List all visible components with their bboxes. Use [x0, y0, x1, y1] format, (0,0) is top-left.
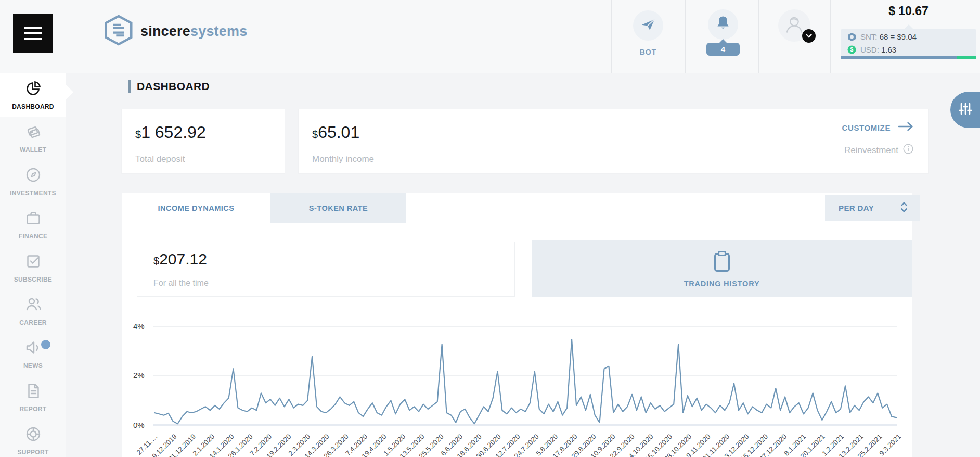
usd-label: USD:	[860, 45, 879, 54]
brand-logo[interactable]: sinceresystems	[104, 15, 247, 48]
avatar[interactable]	[778, 9, 810, 42]
snt-label: SNT:	[860, 32, 878, 41]
snt-value: 68 = $9.04	[880, 32, 917, 41]
sidebar: DASHBOARD WALLET INVESTMENTS FINANC	[0, 73, 66, 457]
bot-button[interactable]: BOT	[633, 0, 663, 83]
y-axis-tick: 2%	[133, 371, 154, 379]
select-chevrons-icon	[900, 201, 908, 215]
pie-chart-icon	[25, 80, 42, 99]
all-time-caption: For all the time	[153, 278, 209, 288]
wallet-icon	[25, 123, 42, 142]
chevron-down-icon[interactable]	[802, 29, 816, 43]
sidebar-item-news[interactable]: NEWS	[0, 333, 66, 376]
income-series-line	[154, 339, 896, 424]
balance-ratio-bar	[841, 56, 976, 59]
divider	[685, 0, 686, 73]
bot-label: BOT	[640, 48, 657, 56]
speaker-icon	[24, 339, 42, 358]
briefcase-icon	[25, 210, 42, 228]
sidebar-item-subscribe[interactable]: SUBSCRIBE	[0, 246, 66, 289]
paper-plane-icon	[640, 17, 656, 34]
document-icon	[25, 383, 41, 401]
period-select[interactable]: PER DAY	[825, 195, 920, 221]
account-menu[interactable]	[778, 0, 810, 82]
info-icon[interactable]	[903, 144, 913, 157]
divider	[758, 0, 759, 73]
lifebuoy-icon	[25, 426, 42, 445]
arrow-right-icon	[898, 122, 913, 133]
total-deposit-caption: Total deposit	[135, 154, 185, 164]
total-deposit-amount: $1 652.92	[135, 123, 206, 142]
sidebar-item-dashboard[interactable]: DASHBOARD	[0, 73, 66, 117]
sliders-icon	[959, 102, 972, 118]
sidebar-item-investments[interactable]: INVESTMENTS	[0, 160, 66, 203]
divider	[611, 0, 612, 73]
hamburger-menu-button[interactable]	[13, 14, 53, 53]
monthly-income-caption: Monthly income	[312, 154, 374, 164]
income-dynamics-line-chart	[153, 318, 897, 426]
y-axis-tick: 0%	[133, 421, 154, 429]
clipboard-icon	[711, 250, 733, 276]
news-unread-dot	[41, 340, 50, 349]
chart-panel: INCOME DYNAMICS S-TOKEN RATE PER DAY $20…	[122, 193, 912, 457]
tab-s-token-rate[interactable]: S-TOKEN RATE	[270, 193, 406, 223]
sidebar-item-support[interactable]: SUPPORT	[0, 419, 66, 457]
notification-count-badge: 4	[706, 43, 740, 56]
hexagon-token-icon	[847, 32, 856, 42]
total-deposit-card: $1 652.92 Total deposit	[122, 109, 285, 173]
sidebar-item-career[interactable]: CAREER	[0, 289, 66, 333]
dollar-coin-icon: $	[847, 45, 856, 54]
x-axis-labels: 27.11.…9.12.201921.12.20192.1.202014.1.2…	[122, 429, 912, 457]
customize-link[interactable]: CUSTOMIZE	[842, 122, 913, 133]
tab-income-dynamics[interactable]: INCOME DYNAMICS	[122, 193, 270, 223]
sidebar-item-finance[interactable]: FINANCE	[0, 203, 66, 246]
trading-history-button[interactable]: TRADING HISTORY	[532, 240, 912, 297]
top-bar: sinceresystems BOT 4	[0, 0, 980, 73]
notifications-button[interactable]: 4	[706, 0, 740, 82]
people-icon	[24, 296, 42, 315]
all-time-income-card: $207.12 For all the time	[137, 242, 515, 297]
svg-text:$: $	[850, 46, 854, 53]
sidebar-item-wallet[interactable]: WALLET	[0, 117, 66, 160]
check-square-icon	[25, 253, 42, 272]
main-content: DASHBOARD $1 652.92 Total deposit $65.01…	[66, 73, 980, 457]
balance-total: $ 10.67	[841, 4, 976, 18]
usd-value: 1.63	[881, 45, 896, 54]
y-axis-tick: 4%	[133, 322, 154, 331]
brand-name: sinceresystems	[140, 23, 247, 40]
hamburger-icon	[24, 27, 42, 29]
all-time-amount: $207.12	[153, 250, 207, 268]
reinvestment-row: Reinvestment	[844, 144, 913, 157]
monthly-income-card: $65.01 Monthly income CUSTOMIZE Reinvest…	[299, 109, 928, 173]
compass-icon	[25, 167, 42, 185]
sidebar-item-report[interactable]: REPORT	[0, 376, 66, 419]
page-title: DASHBOARD	[137, 80, 210, 93]
brand-hexagon-icon	[104, 15, 133, 48]
monthly-income-amount: $65.01	[312, 123, 359, 142]
page-title-block: DASHBOARD	[128, 80, 210, 93]
title-accent-bar	[128, 80, 131, 93]
balance-dropdown[interactable]: $ 10.67 SNT: 68 = $9.04 $ USD: 1.63	[841, 0, 976, 73]
bell-icon	[715, 15, 731, 34]
balance-breakdown: SNT: 68 = $9.04 $ USD: 1.63	[841, 29, 976, 59]
divider	[830, 0, 831, 73]
